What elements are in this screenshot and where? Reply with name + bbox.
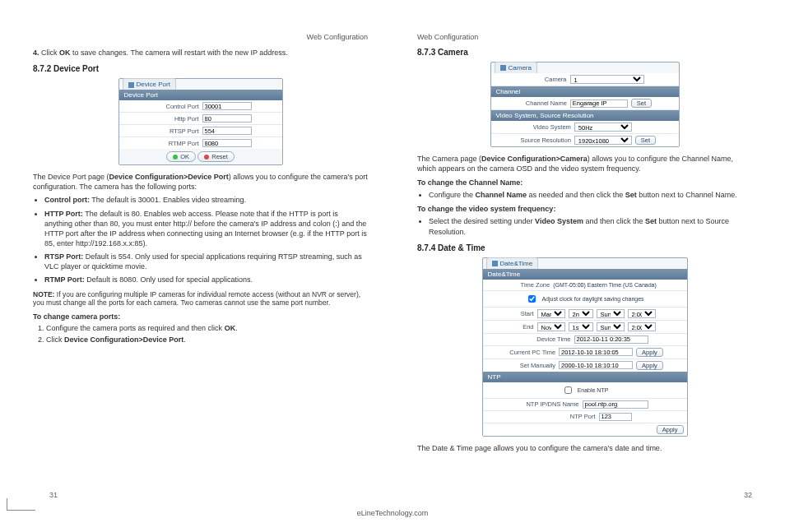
device-port-bar: Device Port [119, 90, 282, 100]
start-month-select[interactable]: Mar [537, 309, 565, 318]
enable-ntp-checkbox[interactable] [564, 386, 572, 394]
pc-time-input[interactable] [559, 348, 633, 356]
bullet-rtmp: RTMP Port: Default is 8080. Only used fo… [44, 275, 368, 285]
row-pc-time: Current PC Time Apply [483, 346, 687, 359]
bullet-rtsp-text: Default is 554. Only used for special ap… [44, 252, 362, 271]
source-set-button[interactable]: Set [635, 136, 656, 145]
video-bar: Video System, Source Resolution [491, 110, 679, 121]
freq-bullet: Select the desired setting under Video S… [429, 216, 752, 236]
row-camera-select: Camera 1 [491, 73, 679, 86]
bullet-http-text: The default is 80. Enables web access. P… [44, 210, 367, 247]
step1-bold: OK [225, 324, 236, 332]
step-4-num: 4. [33, 49, 39, 57]
tab-icon [128, 82, 134, 88]
dst-checkbox[interactable] [528, 295, 536, 303]
bullet-http: HTTP Port: The default is 80. Enables we… [44, 209, 368, 249]
set-manual-label: Set Manually [506, 362, 555, 369]
timezone-value: (GMT-05:00) Eastern Time (US Canada) [553, 282, 657, 288]
camera-label: Camera [526, 76, 567, 83]
start-day-select[interactable]: Sun. [597, 309, 625, 318]
pc-time-label: Current PC Time [506, 349, 555, 356]
row-rtmp-port: RTMP Port [119, 137, 282, 149]
end-day-select[interactable]: Sun. [597, 322, 625, 331]
ntp-ip-input[interactable] [583, 400, 648, 409]
step-4-text-a: Click [41, 49, 59, 57]
channel-set-button[interactable]: Set [631, 99, 652, 108]
step1-a: Configure the camera ports as required a… [46, 324, 225, 332]
bullet-control-bold: Control port: [44, 196, 90, 204]
bullet-rtsp: RTSP Port: Default is 554. Only used for… [44, 252, 368, 271]
datetime-paragraph: The Date & Time page allows you to confi… [417, 443, 752, 453]
rtmp-port-input[interactable] [202, 139, 252, 147]
dst-label: Adjust clock for daylight saving changes [541, 296, 643, 302]
row-source-res: Source Resolution 1920x1080 Set [491, 134, 679, 146]
camera-paragraph: The Camera page (Device Configuration>Ca… [417, 154, 752, 173]
datetime-figure: Date&Time Date&Time Time Zone (GMT-05:00… [482, 257, 688, 437]
timezone-label: Time Zone [513, 281, 550, 289]
camera-body: Camera 1 Channel Channel Name Set Video … [491, 73, 679, 146]
camera-select[interactable]: 1 [570, 75, 644, 84]
row-dst: Adjust clock for daylight saving changes [483, 291, 687, 308]
http-port-input[interactable] [202, 114, 252, 123]
enable-ntp-label: Enable NTP [578, 387, 609, 393]
datetime-bar: Date&Time [483, 269, 687, 280]
channel-name-input[interactable] [570, 99, 628, 108]
rtsp-port-label: RTSP Port [150, 127, 199, 135]
row-channel-name: Channel Name Set [491, 97, 679, 110]
datetime-tab-label: Date&Time [500, 260, 533, 267]
camera-tab: Camera [495, 62, 537, 73]
channel-bullet: Configure the Channel Name as needed and… [429, 190, 752, 200]
freq-bullet-item: Select the desired setting under Video S… [429, 216, 752, 236]
cb-bold2: Set [625, 191, 637, 199]
reset-button-label: Reset [211, 153, 228, 160]
fb-bold2: Set [645, 217, 657, 225]
set-manual-input[interactable] [559, 361, 633, 369]
tab-icon [492, 261, 498, 266]
start-ord-select[interactable]: 2nd [569, 309, 593, 318]
rtsp-port-input[interactable] [202, 127, 252, 135]
footer-site: eLineTechnology.com [0, 509, 785, 517]
section-873-title: 8.7.3 Camera [417, 48, 752, 57]
reset-button[interactable]: Reset [197, 151, 235, 162]
device-port-body: Control Port Http Port RTSP Port RTMP Po… [119, 100, 282, 149]
step-4-text-b: to save changes. The camera will restart… [71, 49, 288, 57]
device-port-panel: Device Port Device Port Control Port Htt… [118, 78, 283, 165]
end-time-select[interactable]: 2:00 [628, 322, 656, 331]
cb-bold1: Channel Name [476, 191, 527, 199]
crop-mark [7, 498, 35, 511]
check-icon [173, 155, 178, 160]
section-872-title: 8.7.2 Device Port [33, 64, 368, 73]
datetime-body: Time Zone (GMT-05:00) Eastern Time (US C… [483, 280, 687, 372]
row-end: End Nov. 1st Sun. 2:00 [483, 321, 687, 334]
row-ntp-ip: NTP IP/DNS Name [483, 399, 687, 411]
video-system-select[interactable]: 50Hz [574, 123, 632, 132]
ok-button[interactable]: OK [166, 151, 196, 162]
source-res-select[interactable]: 1920x1080 [574, 136, 632, 145]
end-ord-select[interactable]: 1st [569, 322, 593, 331]
set-apply-button[interactable]: Apply [636, 361, 663, 370]
device-port-paragraph: The Device Port page (Device Configurati… [33, 172, 368, 192]
row-device-time: Device Time [483, 334, 687, 346]
page-number-right: 32 [744, 491, 752, 499]
ntp-apply-button[interactable]: Apply [657, 425, 684, 434]
step-2: Click Device Configuration>Device Port. [46, 335, 368, 345]
device-port-tab-label: Device Port [137, 81, 170, 88]
step-1: Configure the camera ports as required a… [46, 323, 368, 333]
change-ports-steps: Configure the camera ports as required a… [46, 323, 368, 345]
start-time-select[interactable]: 2:00 [628, 309, 656, 318]
fb-b: and then click the [583, 217, 645, 225]
to-change-ports-heading: To change camera ports: [33, 312, 368, 321]
rtmp-port-label: RTMP Port [150, 140, 199, 147]
cb-b: as needed and then click the [527, 191, 625, 199]
device-time-input[interactable] [574, 335, 648, 344]
channel-name-label: Channel Name [518, 99, 567, 107]
end-month-select[interactable]: Nov. [537, 322, 565, 331]
ntp-port-input[interactable] [599, 413, 632, 421]
tab-icon [500, 65, 506, 71]
ntp-bar: NTP [483, 372, 687, 382]
pc-apply-button[interactable]: Apply [636, 348, 663, 357]
control-port-input[interactable] [202, 102, 252, 110]
row-set-manually: Set Manually Apply [483, 359, 687, 372]
note-block: NOTE: If you are configuring multiple IP… [33, 290, 368, 308]
page-left: Web Configuration 4. Click OK to save ch… [33, 33, 368, 456]
